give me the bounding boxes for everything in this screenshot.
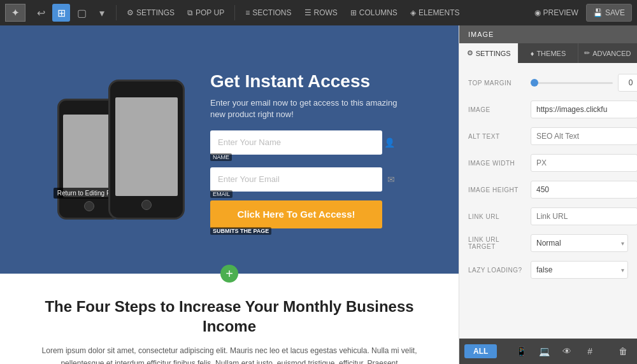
link-url-input[interactable] xyxy=(531,207,637,225)
top-margin-slider-wrap xyxy=(531,82,613,84)
link-target-label: LINK URL TARGET xyxy=(468,236,526,250)
separator xyxy=(116,5,117,20)
add-row-button[interactable]: + xyxy=(220,265,238,283)
phone-home-btn-large xyxy=(141,200,152,210)
elements-button[interactable]: ◈ ELEMENTS xyxy=(405,4,465,22)
all-button[interactable]: ALL xyxy=(464,344,497,358)
preview-icon: ◉ xyxy=(534,8,541,17)
eye-view-button[interactable]: 👁 xyxy=(557,342,577,360)
submit-tag: SUBMITS THE PAGE xyxy=(210,227,271,235)
phone-screen-small xyxy=(63,115,115,197)
popup-button[interactable]: ⧉ POP UP xyxy=(182,4,229,22)
image-url-input[interactable] xyxy=(531,101,637,118)
top-margin-row: TOP MARGIN xyxy=(459,69,637,96)
settings-label: SETTINGS xyxy=(136,8,175,17)
hero-content: Get Instant Access Enter your email now … xyxy=(210,71,401,228)
delete-button[interactable]: 🗑 xyxy=(614,342,632,360)
email-field-wrap: Enter Your Email ✉ EMAIL xyxy=(210,167,401,192)
canvas-area: Return to Editing Page Get Instant Acces… xyxy=(0,25,459,364)
name-field[interactable]: Enter Your Name xyxy=(210,130,382,155)
tablet-view-button[interactable]: 💻 xyxy=(534,342,554,360)
phone-group: Return to Editing Page xyxy=(57,80,185,220)
image-height-row: IMAGE HEIGHT xyxy=(459,176,637,203)
image-url-wrap: 🖼 xyxy=(531,101,637,118)
image-height-input[interactable] xyxy=(531,181,637,199)
columns-button[interactable]: ⊞ COLUMNS xyxy=(345,4,403,22)
tab-advanced[interactable]: ✏ ADVANCED xyxy=(578,43,637,63)
bottom-action-buttons: 🗑 xyxy=(614,342,632,360)
image-width-label: IMAGE WIDTH xyxy=(468,160,526,167)
save-button[interactable]: 💾 SAVE xyxy=(586,4,632,22)
settings-tab-label: SETTINGS xyxy=(476,50,511,57)
separator2 xyxy=(234,5,235,20)
link-target-select[interactable]: Normal New Tab xyxy=(531,234,628,252)
toolbar: ✦ ↩ ⊞ ▢ ▾ ⚙ SETTINGS ⧉ POP UP ≡ SECTIONS… xyxy=(0,0,637,25)
image-height-label: IMAGE HEIGHT xyxy=(468,186,526,193)
themes-tab-label: THEMES xyxy=(536,50,566,57)
logo: ✦ xyxy=(5,4,25,22)
mobile-view-button[interactable]: 📱 xyxy=(511,342,531,360)
alt-text-row: ALT TEXT xyxy=(459,123,637,150)
lazy-loading-row: LAZY LOADING? false true ▾ xyxy=(459,256,637,283)
tab-settings[interactable]: ⚙ SETTINGS xyxy=(459,43,519,63)
main-area: Return to Editing Page Get Instant Acces… xyxy=(0,25,637,364)
advanced-tab-label: ADVANCED xyxy=(592,50,631,57)
top-margin-input[interactable] xyxy=(618,74,637,92)
sections-label: SECTIONS xyxy=(252,8,291,17)
rows-icon: ☰ xyxy=(304,8,311,17)
image-row: IMAGE 🖼 xyxy=(459,96,637,123)
preview-button[interactable]: ◉ PREVIEW xyxy=(529,4,583,22)
preview-label: PREVIEW xyxy=(543,8,578,17)
themes-tab-icon: ♦ xyxy=(531,50,534,57)
panel-body: TOP MARGIN IMAGE 🖼 ALT TEXT xyxy=(459,63,637,339)
name-field-wrap: Enter Your Name 👤 NAME xyxy=(210,130,401,155)
content-section: The Four Steps to Increase Your Monthly … xyxy=(0,274,459,364)
sections-icon: ≡ xyxy=(245,8,250,17)
elements-label: ELEMENTS xyxy=(419,8,460,17)
columns-label: COLUMNS xyxy=(359,8,397,17)
elements-icon: ◈ xyxy=(410,8,416,17)
settings-tab-icon: ⚙ xyxy=(467,49,473,57)
hash-button[interactable]: # xyxy=(580,342,600,360)
content-title: The Four Steps to Increase Your Monthly … xyxy=(19,297,440,336)
email-tag: EMAIL xyxy=(210,190,233,198)
settings-icon: ⚙ xyxy=(127,8,134,17)
sections-button[interactable]: ≡ SECTIONS xyxy=(240,4,296,22)
rows-button[interactable]: ☰ ROWS xyxy=(299,4,343,22)
view-desktop-button[interactable]: ⊞ xyxy=(52,4,70,22)
phone-screen-large xyxy=(115,97,178,196)
mail-icon: ✉ xyxy=(387,174,395,185)
save-icon: 💾 xyxy=(593,8,603,17)
link-url-label: LINK URL xyxy=(468,213,526,220)
email-field[interactable]: Enter Your Email xyxy=(210,167,382,192)
cta-text: Click Here To Get Access! xyxy=(237,209,355,220)
link-target-row: LINK URL TARGET Normal New Tab ▾ xyxy=(459,230,637,256)
top-margin-slider[interactable] xyxy=(531,82,613,84)
link-target-select-wrap: Normal New Tab ▾ xyxy=(531,234,628,252)
cta-button[interactable]: Click Here To Get Access! SUBMITS THE PA… xyxy=(210,200,382,228)
content-text: Lorem ipsum dolor sit amet, consectetur … xyxy=(19,345,440,364)
view-dropdown-button[interactable]: ▾ xyxy=(93,4,111,22)
alt-text-input[interactable] xyxy=(531,127,637,145)
undo-button[interactable]: ↩ xyxy=(32,4,50,22)
name-placeholder: Enter Your Name xyxy=(218,137,281,147)
rows-label: ROWS xyxy=(314,8,338,17)
right-panel: IMAGE ⚙ SETTINGS ♦ THEMES ✏ ADVANCED TOP… xyxy=(459,25,637,364)
tab-themes[interactable]: ♦ THEMES xyxy=(519,43,578,63)
settings-button[interactable]: ⚙ SETTINGS xyxy=(122,4,180,22)
phone-home-btn-small xyxy=(84,201,94,211)
email-placeholder: Enter Your Email xyxy=(218,174,280,184)
lazy-loading-select[interactable]: false true xyxy=(531,261,628,279)
view-tablet-button[interactable]: ▢ xyxy=(73,4,90,22)
popup-label: POP UP xyxy=(196,8,224,17)
image-width-row: IMAGE WIDTH xyxy=(459,150,637,176)
hero-section: Return to Editing Page Get Instant Acces… xyxy=(0,25,459,274)
columns-icon: ⊞ xyxy=(350,8,357,17)
image-label: IMAGE xyxy=(468,106,526,113)
hero-subtitle: Enter your email now to get access to th… xyxy=(210,97,401,120)
panel-bottom-bar: ALL 📱 💻 👁 # 🗑 xyxy=(459,339,637,364)
alt-text-label: ALT TEXT xyxy=(468,133,526,140)
lazy-loading-label: LAZY LOADING? xyxy=(468,267,526,274)
person-icon: 👤 xyxy=(384,137,395,148)
image-width-input[interactable] xyxy=(531,154,637,172)
